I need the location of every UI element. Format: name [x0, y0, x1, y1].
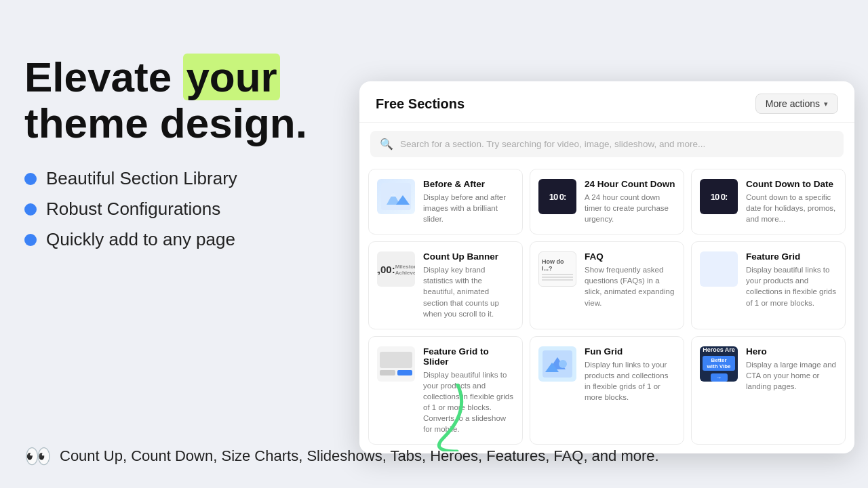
svg-point-7 [559, 360, 567, 368]
card-info: Fun Grid Display fun links to your produ… [585, 346, 675, 403]
bullet-item-2: Robust Configurations [24, 199, 336, 220]
bullet-dot [24, 234, 37, 246]
section-card-24hr-countdown[interactable]: 10 0: 24 Hour Count Down A 24 hour count… [530, 169, 684, 235]
modal-title: Free Sections [376, 96, 465, 112]
headline-line1: Elevate your [24, 54, 280, 100]
card-thumb-before-after [377, 179, 415, 214]
card-thumb-countdown: 10 0: [538, 179, 576, 214]
modal-header: Free Sections More actions ▾ [359, 81, 854, 123]
section-card-faq[interactable]: How do I...? FAQ Show frequently asked q… [530, 241, 684, 329]
search-placeholder: Search for a section. Try searching for … [400, 139, 705, 149]
card-info: Feature Grid Display beautiful links to … [746, 251, 837, 308]
eyes-icon: 👀 [24, 443, 52, 469]
card-info: Count Up Banner Display key brand statis… [423, 251, 514, 319]
bullet-dot [24, 173, 37, 185]
left-panel: Elevate your theme design. Beautiful Sec… [24, 54, 336, 272]
more-actions-button[interactable]: More actions ▾ [755, 94, 838, 114]
section-card-fun-grid[interactable]: Fun Grid Display fun links to your produ… [530, 336, 684, 445]
section-card-countdown-date[interactable]: 10 0: Count Down to Date Count down to a… [691, 169, 846, 235]
search-bar[interactable]: 🔍 Search for a section. Try searching fo… [370, 131, 844, 157]
card-info: Hero Display a large image and CTA on yo… [746, 346, 837, 392]
bullet-item-3: Quickly add to any page [24, 229, 336, 250]
card-thumb-feature-grid [700, 251, 738, 287]
bottom-text: Count Up, Count Down, Size Charts, Slide… [60, 447, 659, 465]
card-info: 24 Hour Count Down A 24 hour count down … [585, 179, 675, 224]
section-card-before-after[interactable]: Before & After Display before and after … [368, 169, 523, 235]
card-thumb-faq: How do I...? [538, 251, 576, 287]
card-thumb-countdown-date: 10 0: [700, 179, 738, 214]
bullet-item-1: Beautiful Section Library [24, 168, 336, 189]
card-thumb-countup: 1,00: Milestone Achieved [377, 251, 415, 287]
bullet-dot [24, 203, 37, 216]
card-thumb-fun-grid [538, 346, 576, 382]
bottom-bar: 👀 Count Up, Count Down, Size Charts, Sli… [24, 443, 844, 469]
section-card-feature-grid[interactable]: Feature Grid Display beautiful links to … [691, 241, 846, 329]
search-icon: 🔍 [380, 138, 393, 150]
card-info: FAQ Show frequently asked questions (FAQ… [585, 251, 675, 308]
card-thumb-grid-slider [377, 346, 415, 382]
chevron-down-icon: ▾ [824, 100, 828, 108]
card-thumb-hero: Heroes Are Better with Vibe → [700, 346, 738, 382]
card-info: Before & After Display before and after … [423, 179, 514, 224]
section-card-hero[interactable]: Heroes Are Better with Vibe → Hero Displ… [691, 336, 846, 445]
headline: Elevate your theme design. [24, 54, 336, 146]
card-info: Count Down to Date Count down to a speci… [746, 179, 837, 224]
bullet-list: Beautiful Section Library Robust Configu… [24, 168, 336, 250]
section-card-countup-banner[interactable]: 1,00: Milestone Achieved Count Up Banner… [368, 241, 523, 329]
